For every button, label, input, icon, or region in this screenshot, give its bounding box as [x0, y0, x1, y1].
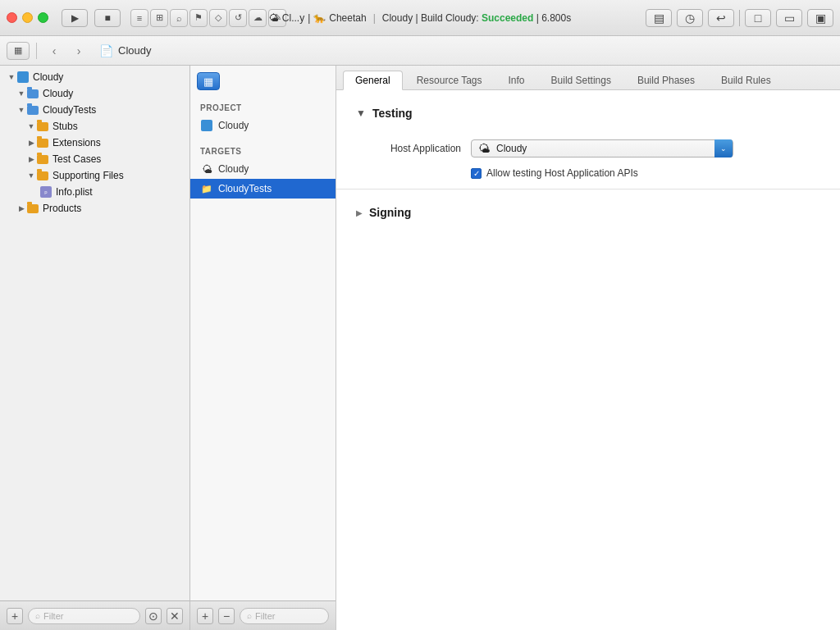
file-tree: ▼ Cloudy ▼ Cloudy ▼ [0, 66, 189, 600]
middle-bottom: + − ⌕ Filter [190, 600, 336, 630]
allow-testing-checkbox[interactable]: ✓ [471, 168, 482, 179]
plist-file-icon: p [39, 185, 52, 199]
toolbar-warning-btn[interactable]: ⚑ [189, 9, 208, 27]
tree-label-cloudytests: CloudyTests [43, 104, 96, 116]
toolbar-scheme-btn[interactable]: ≡ [130, 9, 148, 27]
tree-item-supporting-files[interactable]: ▼ Supporting Files [0, 167, 189, 184]
tree-label-plist: Info.plist [56, 186, 93, 198]
project-icon [16, 71, 30, 84]
secondary-toolbar: ▦ ‹ › 📄 Cloudy [0, 36, 840, 66]
content-tabs: General Resource Tags Info Build Setting… [336, 66, 840, 90]
host-app-label: Host Application [372, 143, 471, 154]
tree-item-root-cloudy[interactable]: ▼ Cloudy [0, 69, 189, 85]
select-arrow-icon: ⌄ [720, 144, 727, 153]
filter-icon-middle: ⌕ [247, 611, 252, 620]
inspector-toggle-btn[interactable]: ▦ [197, 72, 220, 90]
sidebar-toggle-btn[interactable]: ▦ [7, 42, 30, 60]
panel-project-cloudy[interactable]: Cloudy [190, 116, 336, 135]
filter-input-left[interactable]: ⌕ Filter [28, 608, 140, 624]
tree-label-testcases: Test Cases [52, 153, 101, 165]
testing-section-toggle[interactable]: ▼ [356, 107, 366, 119]
tree-item-cloudytests[interactable]: ▼ CloudyTests [0, 102, 189, 118]
panel-target-cloudytests-icon: 📁 [200, 182, 213, 195]
tree-arrow-supporting: ▼ [26, 171, 36, 180]
breadcrumb-app-icon: 🌤 [269, 12, 279, 24]
products-folder-icon [26, 202, 39, 215]
tree-arrow-cloudy: ▼ [16, 89, 26, 98]
build-status: Cloudy | Build Cloudy: Succeeded | 6.800… [382, 12, 571, 24]
toolbar2-title-text: Cloudy [118, 44, 151, 57]
editor-assistant-btn[interactable]: ◷ [677, 9, 703, 27]
add-target-btn[interactable]: + [197, 608, 213, 624]
filter-placeholder-left: Filter [43, 611, 63, 621]
content-body: ▼ Testing Host Application 🌤 Cloudy ⌄ ✓ [336, 90, 840, 630]
minimize-button[interactable] [22, 12, 33, 23]
remove-target-btn[interactable]: − [218, 608, 235, 624]
panel-target-cloudy-label: Cloudy [218, 163, 249, 175]
content-panel: General Resource Tags Info Build Setting… [336, 66, 840, 630]
filter-icon-left: ⌕ [35, 611, 40, 620]
tree-label-cloudy: Cloudy [43, 88, 73, 99]
tab-resource-tags[interactable]: Resource Tags [404, 71, 495, 89]
hide-sidebar-btn[interactable]: ✕ [167, 608, 183, 624]
tree-item-testcases[interactable]: ▶ Test Cases [0, 151, 189, 167]
maximize-button[interactable] [38, 12, 48, 23]
tab-build-phases[interactable]: Build Phases [625, 71, 707, 89]
toolbar-search-btn[interactable]: ⌕ [170, 9, 188, 27]
tree-item-products[interactable]: ▶ Products [0, 200, 189, 217]
toolbar-cloud-btn[interactable]: ☁ [249, 9, 267, 27]
filter-input-middle[interactable]: ⌕ Filter [240, 608, 329, 624]
stop-button[interactable]: ■ [94, 9, 121, 27]
editor-version-btn[interactable]: ↩ [708, 9, 734, 27]
debug-toggle-btn[interactable]: ▭ [776, 9, 802, 27]
recent-files-btn[interactable]: ⊙ [145, 608, 162, 624]
tree-label-products: Products [43, 203, 81, 214]
tab-info[interactable]: Info [496, 71, 537, 89]
tab-build-rules[interactable]: Build Rules [709, 71, 783, 89]
panel-target-cloudytests[interactable]: 📁 CloudyTests [190, 179, 336, 199]
allow-testing-label: Allow testing Host Application APIs [486, 167, 638, 179]
host-application-row: Host Application 🌤 Cloudy ⌄ [356, 139, 820, 158]
tree-arrow-stubs: ▼ [26, 122, 36, 130]
allow-testing-row: ✓ Allow testing Host Application APIs [356, 167, 820, 179]
testcases-folder-icon [36, 153, 49, 166]
toolbar-grid-btn[interactable]: ⊞ [150, 9, 168, 27]
host-app-control: 🌤 Cloudy ⌄ [471, 139, 733, 158]
nav-toggle-btn[interactable]: □ [745, 9, 771, 27]
host-app-select-value: Cloudy [496, 143, 714, 154]
filter-placeholder-middle: Filter [255, 611, 275, 621]
panel-target-cloudy[interactable]: 🌤 Cloudy [190, 159, 336, 179]
tree-arrow-products: ▶ [16, 204, 26, 212]
tree-item-stubs[interactable]: ▼ Stubs [0, 118, 189, 135]
toolbar-right: ▤ ◷ ↩ □ ▭ ▣ [646, 9, 833, 27]
title-center: 🌤 Cl...y | 🐆 Cheetah | Cloudy | Build Cl… [269, 12, 571, 24]
tree-item-infoplist[interactable]: p Info.plist [0, 184, 189, 200]
utility-toggle-btn[interactable]: ▣ [807, 9, 833, 27]
traffic-lights [7, 12, 48, 23]
tree-arrow-cloudytests: ▼ [16, 106, 26, 114]
sidebar-bottom: + ⌕ Filter ⊙ ✕ [0, 600, 189, 630]
nav-back-btn[interactable]: ‹ [43, 42, 65, 60]
nav-forward-btn[interactable]: › [68, 42, 89, 60]
panel-project-label: Cloudy [218, 120, 249, 131]
host-app-select-icon: 🌤 [478, 142, 491, 155]
breadcrumb-app-name: Cl...y [282, 12, 304, 24]
toolbar-breakpoint-btn[interactable]: ◇ [209, 9, 227, 27]
signing-section-toggle[interactable]: ▶ [356, 208, 363, 217]
panel-project-icon [200, 119, 213, 132]
toolbar-test-btn[interactable]: ↺ [229, 9, 247, 27]
editor-standard-btn[interactable]: ▤ [646, 9, 672, 27]
add-file-btn[interactable]: + [7, 608, 23, 624]
tree-arrow-extensions: ▶ [26, 139, 36, 147]
tab-general[interactable]: General [343, 71, 403, 90]
tree-arrow-root: ▼ [7, 73, 16, 81]
file-navigator: ▼ Cloudy ▼ Cloudy ▼ [0, 66, 190, 630]
scheme-icon: 🐆 [313, 12, 326, 24]
tree-item-cloudy-folder[interactable]: ▼ Cloudy [0, 85, 189, 102]
host-app-select-arrow[interactable]: ⌄ [714, 139, 733, 158]
tab-build-settings[interactable]: Build Settings [539, 71, 623, 89]
host-app-select[interactable]: 🌤 Cloudy ⌄ [471, 139, 733, 158]
close-button[interactable] [7, 12, 17, 23]
tree-item-extensions[interactable]: ▶ Extensions [0, 135, 189, 151]
run-button[interactable]: ▶ [62, 9, 88, 27]
